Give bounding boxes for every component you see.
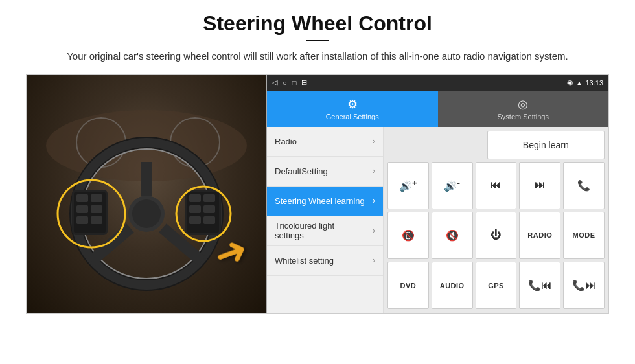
menu-item-steering-wheel[interactable]: Steering Wheel learning › [267, 187, 383, 216]
svg-rect-25 [189, 216, 201, 224]
phone-next-icon: 📞⏭ [572, 279, 595, 291]
radio-label: RADIO [527, 231, 552, 239]
menu-item-radio[interactable]: Radio › [267, 127, 383, 157]
svg-point-7 [132, 199, 161, 228]
hangup-icon: 📵 [402, 229, 415, 242]
gps-button[interactable]: GPS [476, 262, 517, 309]
chevron-icon: › [373, 226, 375, 235]
menu-item-tricoloured-label: Tricoloured lightsettings [275, 221, 334, 240]
menu-controls-area: Radio › DefaultSetting › Steering Wheel … [267, 127, 608, 313]
title-divider [306, 40, 329, 41]
nav-menu-icon: ⊟ [301, 78, 307, 87]
vol-down-icon: 🔊- [444, 178, 459, 192]
begin-learn-spacer [387, 131, 485, 159]
audio-button[interactable]: AUDIO [432, 262, 473, 309]
nav-back-icon: ◁ [272, 78, 277, 87]
begin-learn-row: Begin learn [387, 131, 605, 159]
radio-button[interactable]: RADIO [519, 212, 560, 259]
settings-icon: ⚙ [347, 97, 358, 111]
ctrl-row-3: DVD AUDIO GPS 📞⏮ 📞⏭ [387, 262, 605, 309]
ctrl-row-2: 📵 🔇 ⏻ RADIO MODE [387, 212, 605, 259]
svg-rect-13 [76, 194, 88, 202]
phone-button[interactable]: 📞 [563, 162, 605, 209]
dvd-button[interactable]: DVD [387, 262, 429, 309]
tab-bar: ⚙ General Settings ◎ System Settings [267, 91, 608, 127]
menu-item-whitelist-label: Whitelist setting [275, 256, 334, 266]
phone-icon: 📞 [577, 179, 590, 192]
controls-panel: Begin learn 🔊+ 🔊- ⏮ [384, 127, 608, 313]
vol-up-icon: 🔊+ [399, 178, 417, 192]
status-bar-left: ◁ ○ □ ⊟ [272, 78, 307, 87]
svg-rect-26 [203, 216, 215, 224]
ctrl-row-1: 🔊+ 🔊- ⏮ ⏭ 📞 [387, 162, 605, 209]
hangup-button[interactable]: 📵 [387, 212, 429, 259]
phone-next-button[interactable]: 📞⏭ [563, 262, 605, 309]
gps-icon: ◉ [567, 78, 573, 87]
menu-item-steering-label: Steering Wheel learning [275, 196, 365, 206]
chevron-icon: › [373, 137, 375, 146]
mode-button[interactable]: MODE [563, 212, 605, 259]
svg-rect-14 [91, 194, 102, 202]
svg-rect-22 [203, 194, 215, 202]
menu-item-whitelist[interactable]: Whitelist setting › [267, 246, 383, 276]
phone-prev-button[interactable]: 📞⏮ [519, 262, 560, 309]
page-wrapper: Steering Wheel Control Your original car… [0, 0, 635, 321]
svg-rect-18 [91, 216, 102, 224]
tab-general-label: General Settings [326, 113, 379, 120]
gps-label: GPS [488, 282, 504, 290]
page-title: Steering Wheel Control [26, 12, 609, 36]
svg-rect-16 [91, 205, 102, 213]
main-content: ➜ ◁ ○ □ ⊟ ◉ ▲ 13:13 [26, 74, 609, 314]
menu-item-tricoloured[interactable]: Tricoloured lightsettings › [267, 216, 383, 246]
tab-general-settings[interactable]: ⚙ General Settings [267, 91, 438, 127]
android-panel: ◁ ○ □ ⊟ ◉ ▲ 13:13 ⚙ General Settings [266, 75, 608, 313]
svg-rect-15 [76, 205, 88, 213]
svg-rect-24 [203, 205, 215, 213]
tab-system-label: System Settings [498, 113, 549, 120]
chevron-icon: › [373, 196, 375, 205]
nav-home-icon: ○ [283, 79, 287, 87]
power-icon: ⏻ [491, 229, 501, 241]
next-icon: ⏭ [535, 179, 545, 191]
nav-recent-icon: □ [292, 79, 297, 87]
begin-learn-button[interactable]: Begin learn [487, 131, 605, 159]
mute-button[interactable]: 🔇 [432, 212, 473, 259]
mute-icon: 🔇 [446, 229, 459, 242]
steering-wheel-bg: ➜ [27, 75, 266, 313]
status-time: 13:13 [585, 79, 603, 87]
menu-item-default-label: DefaultSetting [275, 166, 328, 176]
image-panel: ➜ [27, 75, 266, 313]
globe-icon: ◎ [518, 97, 528, 111]
dvd-label: DVD [400, 282, 417, 290]
audio-label: AUDIO [440, 282, 465, 290]
svg-rect-17 [76, 216, 88, 224]
menu-item-default-setting[interactable]: DefaultSetting › [267, 157, 383, 187]
status-bar: ◁ ○ □ ⊟ ◉ ▲ 13:13 [267, 75, 608, 91]
vol-up-button[interactable]: 🔊+ [387, 162, 429, 209]
subtitle: Your original car's steering wheel contr… [26, 49, 609, 64]
svg-rect-23 [189, 205, 201, 213]
power-button[interactable]: ⏻ [476, 212, 517, 259]
chevron-icon: › [373, 166, 375, 176]
tab-system-settings[interactable]: ◎ System Settings [438, 91, 609, 127]
signal-icon: ▲ [576, 79, 583, 87]
menu-list: Radio › DefaultSetting › Steering Wheel … [267, 127, 384, 313]
mode-label: MODE [573, 231, 595, 239]
svg-rect-21 [189, 194, 201, 202]
phone-prev-icon: 📞⏮ [528, 279, 551, 291]
prev-icon: ⏮ [491, 179, 501, 191]
next-button[interactable]: ⏭ [519, 162, 560, 209]
prev-button[interactable]: ⏮ [476, 162, 517, 209]
menu-item-radio-label: Radio [275, 137, 297, 146]
vol-down-button[interactable]: 🔊- [432, 162, 473, 209]
status-bar-right: ◉ ▲ 13:13 [567, 78, 603, 87]
chevron-icon: › [373, 256, 375, 265]
